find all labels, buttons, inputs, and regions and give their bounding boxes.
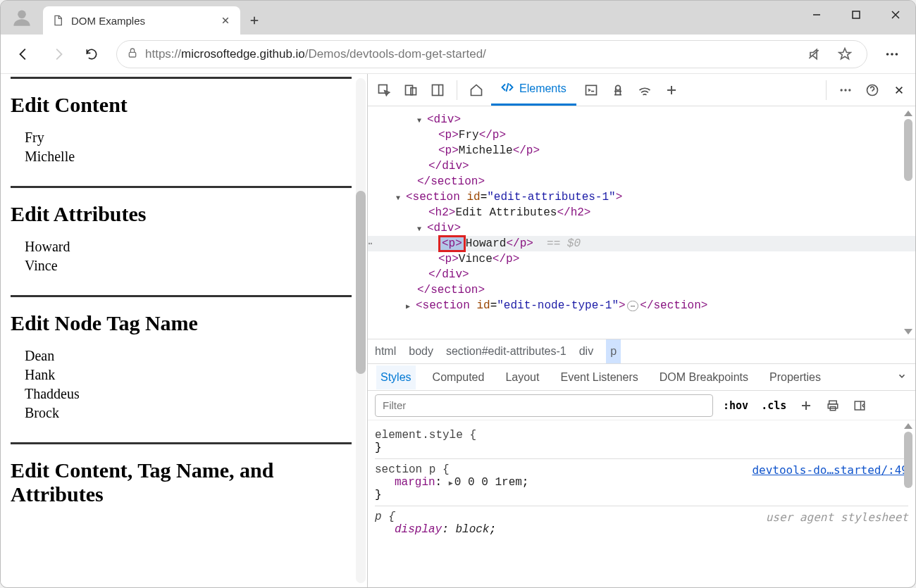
close-window-button[interactable] <box>876 1 915 29</box>
elements-tab[interactable]: Elements <box>491 74 576 106</box>
sources-tool[interactable] <box>606 78 630 102</box>
dom-scrollbar[interactable] <box>904 111 912 334</box>
print-icon[interactable] <box>823 396 843 415</box>
heading: Edit Attributes <box>11 202 352 226</box>
crumb-section[interactable]: section#edit-attributes-1 <box>446 345 567 358</box>
section-edit-node-tag-name: Edit Node Tag Name Dean Hank Thaddeus Br… <box>11 295 352 437</box>
svg-rect-8 <box>411 87 416 94</box>
svg-point-11 <box>615 85 620 90</box>
device-toggle-tool[interactable] <box>399 78 423 102</box>
dom-selected-node[interactable]: <p>Howard</p> == $0 <box>368 236 915 251</box>
lock-icon <box>127 47 138 61</box>
breadcrumb[interactable]: html body section#edit-attributes-1 div … <box>368 339 915 364</box>
settings-button[interactable] <box>877 39 907 69</box>
read-aloud-icon[interactable] <box>802 42 826 66</box>
new-style-rule-button[interactable] <box>796 396 816 415</box>
browser-tab[interactable]: DOM Examples <box>43 6 240 35</box>
list-item: Hank <box>11 365 352 384</box>
svg-point-13 <box>844 89 846 91</box>
code-icon <box>501 81 514 96</box>
hov-toggle[interactable]: :hov <box>720 398 751 413</box>
more-tools-button[interactable] <box>834 78 858 102</box>
devtools-panel: Elements <div> <p>Fry</p> <p>Michelle</ <box>367 74 915 587</box>
section-edit-attributes: Edit Attributes Howard Vince <box>11 186 352 289</box>
svg-rect-2 <box>129 52 135 57</box>
url-text: https://microsoftedge.github.io/Demos/de… <box>145 47 795 61</box>
section-edit-content: Edit Content Fry Michelle <box>11 77 352 180</box>
devtools-toolbar: Elements <box>368 74 915 106</box>
styles-filter-row: :hov .cls <box>368 391 915 420</box>
filter-input[interactable] <box>375 394 713 417</box>
styles-tabs: Styles Computed Layout Event Listeners D… <box>368 364 915 391</box>
dom-breakpoints-tab[interactable]: DOM Breakpoints <box>655 365 753 389</box>
styles-tab[interactable]: Styles <box>376 365 416 389</box>
elements-panel: <div> <p>Fry</p> <p>Michelle</p> </div> … <box>368 106 915 587</box>
event-listeners-tab[interactable]: Event Listeners <box>556 365 642 389</box>
welcome-tool[interactable] <box>464 78 488 102</box>
svg-point-12 <box>841 89 843 91</box>
page-scrollbar[interactable] <box>356 78 366 583</box>
maximize-button[interactable] <box>836 1 876 29</box>
svg-point-5 <box>896 53 898 56</box>
minimize-button[interactable] <box>797 1 836 29</box>
svg-rect-6 <box>379 85 388 93</box>
svg-point-0 <box>18 11 26 19</box>
console-tool[interactable] <box>579 78 603 102</box>
forward-button[interactable] <box>43 39 73 69</box>
crumb-body[interactable]: body <box>409 345 433 358</box>
list-item: Michelle <box>11 147 352 166</box>
more-tabs-button[interactable] <box>660 78 683 102</box>
crumb-div[interactable]: div <box>579 345 593 358</box>
browser-window: DOM Examples https://microsoftedge.githu… <box>0 0 916 588</box>
svg-rect-1 <box>853 11 860 18</box>
crumb-html[interactable]: html <box>375 345 396 358</box>
list-item: Howard <box>11 237 352 256</box>
svg-rect-7 <box>406 85 413 94</box>
heading: Edit Content, Tag Name, and Attributes <box>11 458 352 506</box>
new-tab-button[interactable] <box>240 6 268 35</box>
list-item: Fry <box>11 128 352 147</box>
favorite-icon[interactable] <box>833 42 857 66</box>
refresh-button[interactable] <box>77 39 106 69</box>
layout-tab[interactable]: Layout <box>501 365 543 389</box>
rules-scrollbar[interactable] <box>904 423 912 584</box>
close-devtools-button[interactable] <box>887 78 911 102</box>
svg-point-4 <box>891 53 893 56</box>
list-item: Dean <box>11 346 352 365</box>
crumb-p[interactable]: p <box>606 339 621 363</box>
page-icon <box>51 14 64 27</box>
toggle-pane-icon[interactable] <box>850 396 869 415</box>
titlebar: DOM Examples <box>1 1 915 35</box>
svg-rect-9 <box>433 85 443 95</box>
dock-side-tool[interactable] <box>426 78 450 102</box>
svg-point-3 <box>886 53 889 56</box>
style-rules[interactable]: element.style { } section p {devtools-do… <box>368 420 915 587</box>
address-bar: https://microsoftedge.github.io/Demos/de… <box>1 35 915 74</box>
back-button[interactable] <box>9 39 39 69</box>
content-area: Edit Content Fry Michelle Edit Attribute… <box>1 74 915 587</box>
help-button[interactable] <box>860 78 884 102</box>
more-style-tabs[interactable] <box>897 371 907 384</box>
inspect-element-tool[interactable] <box>372 78 396 102</box>
network-tool[interactable] <box>633 78 657 102</box>
dom-tree[interactable]: <div> <p>Fry</p> <p>Michelle</p> </div> … <box>368 106 915 339</box>
list-item: Vince <box>11 256 352 275</box>
profile-button[interactable] <box>8 4 36 32</box>
tab-close-button[interactable] <box>219 14 232 27</box>
url-box[interactable]: https://microsoftedge.github.io/Demos/de… <box>116 40 867 68</box>
window-controls <box>797 1 915 29</box>
cls-toggle[interactable]: .cls <box>758 398 789 413</box>
heading: Edit Node Tag Name <box>11 311 352 335</box>
computed-tab[interactable]: Computed <box>428 365 489 389</box>
svg-rect-10 <box>586 85 596 94</box>
list-item: Thaddeus <box>11 384 352 404</box>
heading: Edit Content <box>11 93 352 117</box>
rendered-page[interactable]: Edit Content Fry Michelle Edit Attribute… <box>1 74 367 587</box>
svg-point-14 <box>848 89 850 91</box>
tab-title: DOM Examples <box>71 15 212 27</box>
section-edit-content-tag-attrs: Edit Content, Tag Name, and Attributes <box>11 442 352 532</box>
list-item: Brock <box>11 404 352 423</box>
properties-tab[interactable]: Properties <box>765 365 825 389</box>
source-link[interactable]: devtools-do…started/:49 <box>752 463 908 477</box>
